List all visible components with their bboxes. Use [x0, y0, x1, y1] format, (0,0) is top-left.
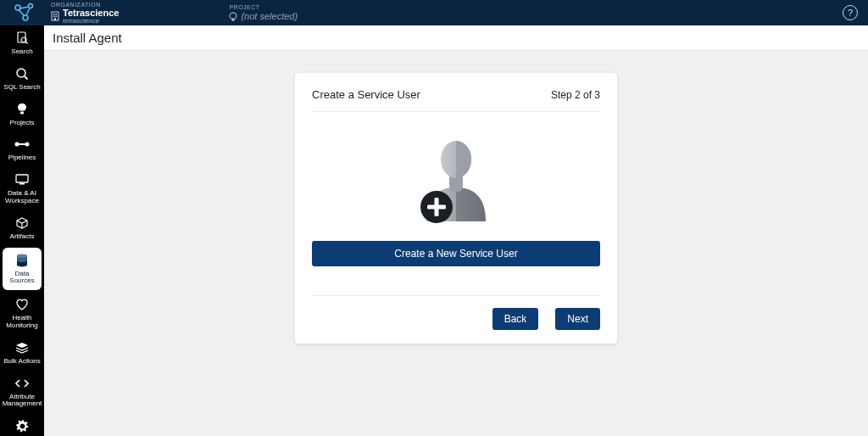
svg-rect-21	[19, 143, 25, 145]
user-add-illustration	[409, 132, 503, 226]
sidebar-item-bulk-actions[interactable]: Bulk Actions	[0, 335, 44, 371]
svg-line-5	[26, 8, 30, 16]
sidebar-item-search[interactable]: Search	[0, 25, 44, 61]
svg-rect-23	[19, 183, 25, 185]
cube-icon	[16, 215, 28, 231]
svg-line-15	[25, 42, 27, 43]
project-value: (not selected)	[241, 12, 298, 21]
help-button[interactable]: ?	[843, 5, 858, 20]
database-icon	[16, 253, 28, 268]
svg-rect-8	[56, 14, 58, 15]
app-logo[interactable]	[5, 3, 44, 23]
magnify-icon	[15, 66, 29, 81]
wizard-card: Create a Service User Step 2 of 3	[295, 73, 617, 344]
heartbeat-icon	[15, 297, 29, 312]
svg-point-19	[15, 143, 19, 147]
sidebar-item-attribute-management[interactable]: Attribute Management	[0, 371, 44, 414]
main-content: Create a Service User Step 2 of 3	[44, 51, 868, 436]
top-bar: ORGANIZATION Tetrascience tetrascience P…	[0, 0, 868, 25]
gear-icon	[16, 418, 29, 433]
monitor-icon	[15, 172, 29, 187]
pipeline-icon	[14, 137, 30, 152]
svg-point-0	[15, 5, 20, 10]
sidebar-item-projects[interactable]: Projects	[0, 97, 44, 132]
sidebar-item-data-sources[interactable]: Data Sources	[3, 248, 42, 291]
svg-rect-11	[54, 18, 56, 20]
svg-line-17	[25, 76, 28, 80]
svg-point-16	[17, 69, 25, 77]
sidebar-nav: Search SQL Search Projects Pipelines Dat…	[0, 25, 44, 436]
org-name: Tetrascience	[63, 8, 119, 18]
step-indicator: Step 2 of 3	[551, 89, 600, 101]
svg-rect-7	[53, 14, 55, 15]
sidebar-item-artifacts[interactable]: Artifacts	[0, 210, 44, 246]
card-title: Create a Service User	[312, 88, 420, 101]
sidebar-item-pipelines[interactable]: Pipelines	[0, 131, 44, 167]
svg-point-20	[25, 143, 30, 147]
layers-icon	[15, 340, 29, 355]
bulb-icon	[16, 102, 28, 117]
svg-rect-30	[427, 205, 446, 210]
project-selector[interactable]: PROJECT (not selected)	[229, 4, 298, 22]
org-selector[interactable]: ORGANIZATION Tetrascience tetrascience	[51, 2, 119, 25]
code-icon	[15, 376, 29, 391]
svg-rect-10	[56, 16, 58, 18]
sidebar-item-sql-search[interactable]: SQL Search	[0, 61, 44, 97]
page-title: Install Agent	[53, 31, 122, 45]
project-label: PROJECT	[229, 4, 298, 10]
org-label: ORGANIZATION	[51, 2, 119, 8]
svg-rect-9	[53, 16, 55, 18]
svg-line-3	[20, 7, 29, 8]
page-header: Install Agent	[44, 25, 868, 51]
next-button[interactable]: Next	[555, 308, 600, 330]
document-search-icon	[15, 31, 29, 46]
sidebar-item-administration[interactable]: Administration	[0, 413, 44, 436]
svg-point-1	[29, 4, 33, 8]
building-icon	[51, 11, 59, 21]
svg-rect-18	[20, 111, 24, 114]
svg-line-4	[19, 10, 25, 16]
org-subname: tetrascience	[63, 18, 119, 25]
svg-point-25	[17, 254, 27, 258]
molecule-icon	[14, 3, 36, 23]
sidebar-item-data-ai-workspace[interactable]: Data & AI Workspace	[0, 167, 44, 210]
bulb-icon	[229, 12, 237, 22]
create-service-user-button[interactable]: Create a New Service User	[312, 241, 600, 266]
sidebar-item-health-monitoring[interactable]: Health Monitoring	[0, 292, 44, 335]
svg-rect-12	[232, 19, 235, 20]
back-button[interactable]: Back	[492, 308, 539, 330]
svg-rect-22	[16, 175, 28, 182]
